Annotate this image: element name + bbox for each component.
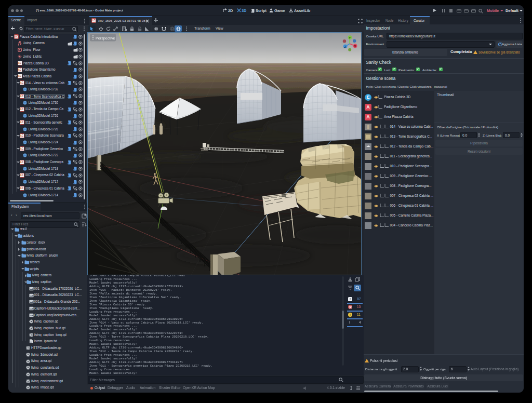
svg-text:Perspective: Perspective bbox=[96, 36, 115, 41]
svg-text:Z: Z bbox=[344, 45, 346, 48]
svg-text:Y: Y bbox=[349, 36, 351, 39]
svg-text:X: X bbox=[354, 45, 356, 48]
